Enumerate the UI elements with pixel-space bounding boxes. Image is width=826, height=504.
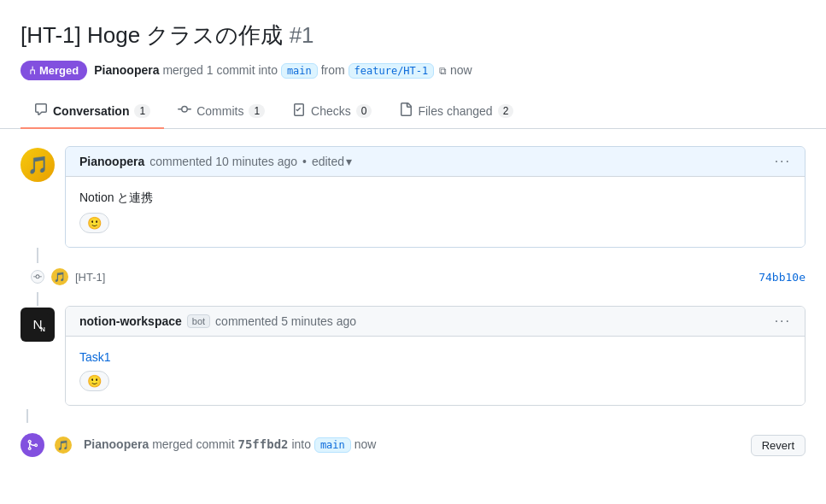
pr-meta-text: Pianoopera merged 1 commit into main fro… xyxy=(94,63,472,79)
pr-author: Pianoopera xyxy=(94,63,159,77)
svg-text:N: N xyxy=(40,325,45,333)
pr-title-text: [HT-1] Hoge クラスの作成 xyxy=(21,22,283,48)
comment-notion-time: commented 5 minutes ago xyxy=(215,314,356,328)
merged-icon: ⑃ xyxy=(29,64,36,77)
emoji-reaction-button-2[interactable]: 🙂 xyxy=(79,371,109,391)
tab-commits-label: Commits xyxy=(196,104,243,118)
tab-conversation-count: 1 xyxy=(134,104,150,118)
comment-notion-header: notion-workspace bot commented 5 minutes… xyxy=(66,307,805,337)
copy-branch-icon[interactable]: ⧉ xyxy=(439,65,447,77)
comment-notion-text: Task1 xyxy=(79,350,791,364)
checks-icon xyxy=(292,103,306,119)
commits-icon xyxy=(178,103,191,119)
revert-button[interactable]: Revert xyxy=(751,435,805,456)
edited-label: edited xyxy=(312,155,344,168)
comment-pianoopera-menu[interactable]: ··· xyxy=(775,154,791,169)
comment-pianoopera-time: commented 10 minutes ago xyxy=(149,155,297,168)
comment-notion-container: N N notion-workspace bot commented 5 min… xyxy=(21,306,805,406)
pr-time: now xyxy=(450,63,472,77)
comment-pianoopera-header: Pianoopera commented 10 minutes ago • ed… xyxy=(66,147,805,177)
pr-title: [HT-1] Hoge クラスの作成 #1 xyxy=(21,21,805,50)
edited-dropdown[interactable]: edited ▾ xyxy=(312,155,352,168)
pr-from: from xyxy=(321,63,349,77)
notion-avatar: N N xyxy=(21,308,55,342)
bot-badge: bot xyxy=(187,314,210,328)
merged-hash: 75ffbd2 xyxy=(238,437,289,451)
merged-event-text: Pianoopera merged commit 75ffbd2 into ma… xyxy=(84,437,376,453)
emoji-icon-2: 🙂 xyxy=(87,374,102,388)
tab-files-changed[interactable]: Files changed 2 xyxy=(385,94,527,129)
tab-checks-label: Checks xyxy=(311,104,351,118)
comment-pianoopera-author[interactable]: Pianoopera xyxy=(79,155,144,168)
merged-action: merged commit xyxy=(152,437,237,451)
merged-label: Merged xyxy=(39,64,79,77)
comment-pianoopera-text: Notion と連携 xyxy=(79,190,791,206)
emoji-icon-1: 🙂 xyxy=(87,216,102,230)
tab-conversation[interactable]: Conversation 1 xyxy=(21,94,164,129)
tab-commits[interactable]: Commits 1 xyxy=(164,94,278,129)
comment-notion-box: notion-workspace bot commented 5 minutes… xyxy=(65,306,805,406)
merged-badge: ⑃ Merged xyxy=(21,61,87,80)
comment-edited-separator: • xyxy=(302,155,307,168)
conversation-icon xyxy=(34,103,48,119)
timeline: 🎵 Pianoopera commented 10 minutes ago • … xyxy=(21,146,805,467)
task-link[interactable]: Task1 xyxy=(79,350,111,364)
commit-event-hash: 74bb10e xyxy=(759,271,805,284)
merged-author[interactable]: Pianoopera xyxy=(84,437,149,451)
comment-pianoopera-box: Pianoopera commented 10 minutes ago • ed… xyxy=(65,146,805,248)
commit-event-label: [HT-1] xyxy=(75,271,105,284)
merged-time: now xyxy=(354,437,377,451)
source-branch[interactable]: feature/HT-1 xyxy=(349,63,435,79)
merged-into: into xyxy=(291,437,313,451)
comment-notion-meta: notion-workspace bot commented 5 minutes… xyxy=(79,314,356,328)
comment-notion-body: Task1 🙂 xyxy=(66,337,805,405)
merged-event: 🎵 Pianoopera merged commit 75ffbd2 into … xyxy=(21,423,805,467)
merged-event-icon xyxy=(21,433,44,457)
content-area: 🎵 Pianoopera commented 10 minutes ago • … xyxy=(21,129,805,467)
pr-meta: ⑃ Merged Pianoopera merged 1 commit into… xyxy=(21,61,805,80)
chevron-down-icon: ▾ xyxy=(346,155,352,168)
comment-pianoopera-container: 🎵 Pianoopera commented 10 minutes ago • … xyxy=(21,146,805,248)
page-container: [HT-1] Hoge クラスの作成 #1 ⑃ Merged Pianooper… xyxy=(0,0,826,467)
commit-event: 🎵 [HT-1] 74bb10e xyxy=(31,261,805,292)
tab-files-count: 2 xyxy=(498,104,514,118)
files-icon xyxy=(399,103,413,119)
pr-number: #1 xyxy=(290,22,314,48)
tab-checks-count: 0 xyxy=(356,104,372,118)
pianoopera-avatar: 🎵 xyxy=(21,148,55,182)
comment-notion-author[interactable]: notion-workspace xyxy=(79,314,182,328)
comment-notion-menu[interactable]: ··· xyxy=(775,314,791,329)
comment-pianoopera-body: Notion と連携 🙂 xyxy=(66,177,805,247)
pr-action: merged 1 commit into xyxy=(162,63,278,77)
tab-files-label: Files changed xyxy=(418,104,492,118)
tab-commits-count: 1 xyxy=(249,104,265,118)
tabs-bar: Conversation 1 Commits 1 Checks 0 xyxy=(0,94,826,129)
merged-target-branch[interactable]: main xyxy=(314,437,351,453)
target-branch[interactable]: main xyxy=(281,63,318,79)
comment-pianoopera-meta: Pianoopera commented 10 minutes ago • ed… xyxy=(79,155,352,168)
tab-conversation-label: Conversation xyxy=(53,104,129,118)
emoji-reaction-button-1[interactable]: 🙂 xyxy=(79,213,109,233)
tab-checks[interactable]: Checks 0 xyxy=(278,94,385,129)
